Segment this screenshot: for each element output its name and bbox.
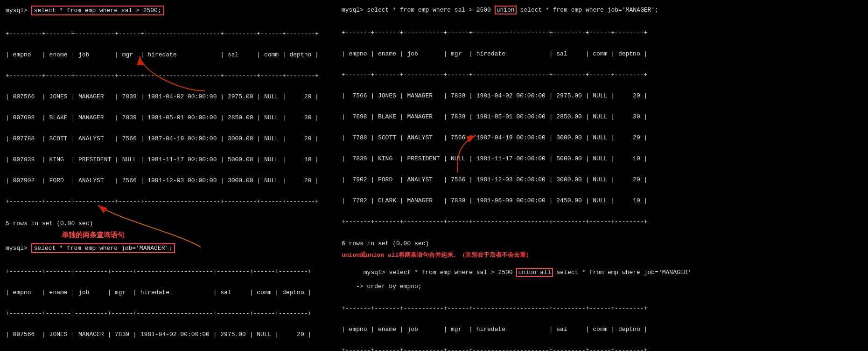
- right-mysql-prompt-2: mysql> select * from emp where sal > 250…: [364, 269, 517, 276]
- table1-row-4: | 007839 | KING | PRESIDENT | NULL | 198…: [6, 156, 334, 163]
- table1-row-5: | 007902 | FORD | ANALYST | 7566 | 1981-…: [6, 177, 334, 184]
- right-annotation1-text: union或union all将两条语句合并起来。（区别在于后者不会去重）: [342, 251, 532, 259]
- table1-left: +---------+-------+-----------+------+--…: [6, 16, 334, 219]
- rtable2-header: | empno | ename | job | mgr | hiredate |…: [342, 326, 866, 333]
- mysql-prompt-2: mysql>: [6, 245, 28, 252]
- table1-row-3: | 007788 | SCOTT | ANALYST | 7566 | 1987…: [6, 135, 334, 142]
- right-mysql-prompt-1: mysql> select * from emp where sal > 250…: [342, 7, 495, 14]
- table2-header: | empno | ename | job | mgr | hiredate |…: [6, 289, 334, 296]
- table2-left: +---------+-------+---------+------+----…: [6, 254, 334, 351]
- table1-row-1: | 007566 | JONES | MANAGER | 7839 | 1981…: [6, 93, 334, 100]
- right-query2-line: mysql> select * from emp where sal > 250…: [342, 262, 866, 283]
- right-query2-suffix: select * from emp where job='MANAGER': [553, 269, 691, 276]
- right-query1-line: mysql> select * from emp where sal > 250…: [342, 6, 866, 14]
- rtable1-row-2: | 7698 | BLAKE | MANAGER | 7839 | 1981-0…: [342, 113, 866, 120]
- rtable1-result: 6 rows in set (0.00 sec): [342, 240, 866, 247]
- right-query2-cont: -> order by empno;: [342, 283, 866, 290]
- table2-sep-top: +---------+-------+---------+------+----…: [6, 268, 334, 275]
- query1-line: mysql> select * from emp where sal > 250…: [6, 6, 334, 15]
- table1-result: 5 rows in set (0.00 sec): [6, 220, 334, 227]
- main-container: mysql> select * from emp where sal > 250…: [0, 0, 868, 351]
- table1-header: | empno | ename | job | mgr | hiredate |…: [6, 51, 334, 58]
- mysql-prompt-1: mysql>: [6, 7, 28, 14]
- table1-sep-top: +---------+-------+-----------+------+--…: [6, 30, 334, 37]
- rtable1-sep-bot: +-------+-------+-----------+------+----…: [342, 218, 866, 225]
- rtable2-sep-mid: +-------+-------+-----------+------+----…: [342, 347, 866, 351]
- query1-text: select * from emp where sal > 2500;: [31, 6, 164, 15]
- right-panel: mysql> select * from emp where sal > 250…: [338, 4, 868, 351]
- left-panel: mysql> select * from emp where sal > 250…: [2, 4, 338, 351]
- table2-sep-mid: +---------+-------+---------+------+----…: [6, 310, 334, 317]
- rtable1-header: | empno | ename | job | mgr | hiredate |…: [342, 50, 866, 57]
- rtable1-row-3: | 7788 | SCOTT | ANALYST | 7566 | 1987-0…: [342, 134, 866, 141]
- table1-sep-bot: +---------+-------+-----------+------+--…: [6, 198, 334, 205]
- union-all-keyword: union all: [516, 268, 553, 277]
- annotation1-text: 单独的两条查询语句: [62, 231, 125, 240]
- rtable1-row-5: | 7902 | FORD | ANALYST | 7566 | 1981-12…: [342, 176, 866, 183]
- rtable1-row-4: | 7839 | KING | PRESIDENT | NULL | 1981-…: [342, 155, 866, 162]
- rtable2-sep-top: +-------+-------+-----------+------+----…: [342, 305, 866, 312]
- query2-text: select * from emp where job='MANAGER';: [31, 243, 175, 253]
- right-query1-suffix: select * from emp where job='MANAGER';: [517, 7, 658, 14]
- rtable1-row-1: | 7566 | JONES | MANAGER | 7839 | 1981-0…: [342, 92, 866, 99]
- rtable1-sep-mid: +-------+-------+-----------+------+----…: [342, 71, 866, 78]
- annotation1-area: 单独的两条查询语句: [62, 231, 334, 240]
- table2-right: +-------+-------+-----------+------+----…: [342, 291, 866, 351]
- union-keyword-1: union: [495, 6, 517, 14]
- right-annotation1-area: union或union all将两条语句合并起来。（区别在于后者不会去重）: [342, 251, 866, 259]
- table1-right: +-------+-------+-----------+------+----…: [342, 15, 866, 239]
- query2-line: mysql> select * from emp where job='MANA…: [6, 243, 334, 253]
- rtable1-sep-top: +-------+-------+-----------+------+----…: [342, 29, 866, 36]
- rtable1-row-6: | 7782 | CLARK | MANAGER | 7839 | 1981-0…: [342, 197, 866, 204]
- table2-row-1: | 007566 | JONES | MANAGER | 7839 | 1981…: [6, 331, 334, 338]
- table1-row-2: | 007698 | BLAKE | MANAGER | 7839 | 1981…: [6, 114, 334, 121]
- table1-sep-mid: +---------+-------+-----------+------+--…: [6, 72, 334, 79]
